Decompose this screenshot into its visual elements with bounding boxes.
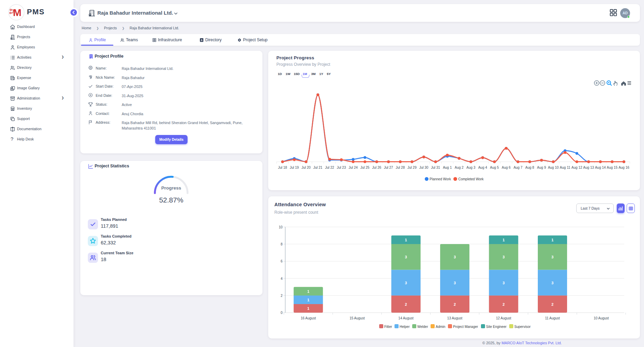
svg-text:14 August: 14 August xyxy=(398,316,414,320)
svg-text:Aug 9: Aug 9 xyxy=(537,166,546,169)
svg-text:6: 6 xyxy=(280,259,283,263)
svg-text:Aug 11: Aug 11 xyxy=(560,166,570,169)
svg-text:Aug 14: Aug 14 xyxy=(595,166,606,169)
svg-text:Jul 29: Jul 29 xyxy=(407,166,417,169)
svg-text:Aug 15: Aug 15 xyxy=(607,166,618,169)
svg-text:Jul 27: Jul 27 xyxy=(384,166,393,169)
svg-text:15 August: 15 August xyxy=(350,316,365,320)
svg-text:3: 3 xyxy=(502,255,504,259)
svg-text:Jul 22: Jul 22 xyxy=(325,166,334,169)
svg-text:Jul 18: Jul 18 xyxy=(278,166,287,169)
svg-text:3: 3 xyxy=(551,255,553,259)
svg-text:Aug 12: Aug 12 xyxy=(571,166,582,169)
svg-text:3: 3 xyxy=(502,281,504,285)
svg-text:12 August: 12 August xyxy=(496,316,511,320)
svg-text:Aug 16: Aug 16 xyxy=(618,166,629,169)
svg-text:2: 2 xyxy=(405,302,407,306)
svg-text:8: 8 xyxy=(280,242,283,246)
svg-text:2: 2 xyxy=(551,302,553,306)
svg-text:Project Manager: Project Manager xyxy=(453,325,478,329)
svg-text:3: 3 xyxy=(405,255,407,259)
svg-text:Aug 6: Aug 6 xyxy=(502,166,511,169)
svg-text:3: 3 xyxy=(454,281,456,285)
svg-text:13 August: 13 August xyxy=(447,316,463,320)
svg-text:1: 1 xyxy=(551,238,553,242)
svg-text:1: 1 xyxy=(307,289,309,293)
svg-text:Helper: Helper xyxy=(400,325,410,329)
svg-text:Supervisor: Supervisor xyxy=(514,325,531,329)
svg-text:16 August: 16 August xyxy=(301,316,316,320)
svg-text:Aug 2: Aug 2 xyxy=(455,166,464,169)
svg-text:10 August: 10 August xyxy=(594,316,609,320)
svg-text:Admin: Admin xyxy=(436,325,445,329)
svg-text:3: 3 xyxy=(405,281,407,285)
svg-text:Aug 8: Aug 8 xyxy=(525,166,534,169)
svg-text:3: 3 xyxy=(454,255,456,259)
svg-text:Jul 24: Jul 24 xyxy=(349,166,358,169)
svg-text:Jul 23: Jul 23 xyxy=(337,166,346,169)
svg-text:M: M xyxy=(13,7,21,18)
svg-text:11 August: 11 August xyxy=(545,316,560,320)
svg-text:Site Engineer: Site Engineer xyxy=(486,325,507,329)
svg-text:0: 0 xyxy=(280,311,283,315)
svg-text:Aug 7: Aug 7 xyxy=(514,166,523,169)
svg-text:Welder: Welder xyxy=(417,325,428,329)
svg-text:Planned Work: Planned Work xyxy=(430,177,451,181)
svg-text:Completed Work: Completed Work xyxy=(458,177,484,181)
svg-text:2: 2 xyxy=(280,294,283,298)
svg-text:Aug 13: Aug 13 xyxy=(583,166,594,169)
svg-text:3: 3 xyxy=(551,281,553,285)
svg-text:2: 2 xyxy=(454,302,456,306)
svg-text:Aug 10: Aug 10 xyxy=(548,166,559,169)
svg-text:1: 1 xyxy=(502,238,504,242)
svg-text:2: 2 xyxy=(502,302,504,306)
svg-text:1: 1 xyxy=(307,306,309,311)
svg-text:1: 1 xyxy=(405,238,407,242)
svg-text:Fitter: Fitter xyxy=(384,325,392,329)
svg-text:1: 1 xyxy=(307,298,309,302)
svg-text:Jul 21: Jul 21 xyxy=(313,166,322,169)
svg-text:Jul 20: Jul 20 xyxy=(302,166,311,169)
svg-text:Aug 5: Aug 5 xyxy=(490,166,499,169)
svg-text:Jul 26: Jul 26 xyxy=(372,166,381,169)
svg-text:Jul 25: Jul 25 xyxy=(360,166,370,169)
svg-text:Jul 28: Jul 28 xyxy=(396,166,405,169)
svg-text:Aug 3: Aug 3 xyxy=(466,166,476,169)
svg-text:Jul 31: Jul 31 xyxy=(431,166,440,169)
svg-text:Aug 1: Aug 1 xyxy=(443,166,452,169)
svg-text:Aug 4: Aug 4 xyxy=(478,166,487,169)
svg-text:4: 4 xyxy=(280,277,283,281)
svg-text:10: 10 xyxy=(279,225,283,229)
svg-text:Jul 30: Jul 30 xyxy=(419,166,429,169)
svg-text:Jul 19: Jul 19 xyxy=(290,166,299,169)
